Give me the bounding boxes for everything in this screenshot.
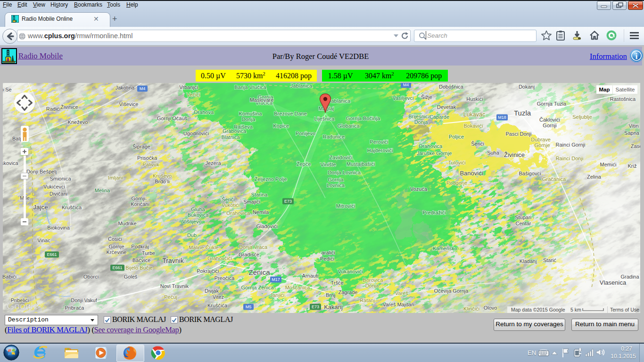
svg-text:Donji Vakuf: Donji Vakuf: [71, 297, 97, 303]
svg-text:E661: E661: [47, 252, 57, 257]
svg-text:Mustajbašići: Mustajbašići: [347, 161, 375, 167]
svg-text:Krčevine: Krčevine: [107, 249, 127, 255]
svg-text:Globarica: Globarica: [337, 123, 360, 129]
svg-text:E661: E661: [112, 265, 122, 270]
svg-text:Zelina: Zelina: [587, 174, 602, 180]
svg-text:Donja Vraca: Donja Vraca: [239, 244, 268, 250]
svg-text:Viševice: Viševice: [119, 101, 139, 107]
svg-text:Bijelo Bučje: Bijelo Bučje: [125, 265, 152, 271]
svg-text:Biokovina: Biokovina: [47, 225, 70, 230]
svg-text:Donja: Donja: [242, 116, 256, 122]
svg-text:Poljice: Poljice: [449, 134, 464, 140]
svg-text:Šiprage: Šiprage: [132, 144, 150, 149]
svg-text:Ugodnovići: Ugodnovići: [183, 131, 209, 136]
svg-text:Gornji Očauš: Gornji Očauš: [157, 115, 188, 121]
svg-text:Janjići: Janjići: [270, 292, 285, 298]
svg-text:Koričani: Koričani: [131, 201, 149, 207]
svg-text:Tuzla: Tuzla: [514, 109, 531, 117]
svg-text:Pečuj: Pečuj: [164, 294, 177, 300]
svg-text:Zavidovići: Zavidovići: [330, 155, 353, 160]
svg-text:Huskići: Huskići: [466, 96, 483, 102]
svg-text:Brijesnica: Brijesnica: [408, 114, 431, 119]
svg-text:Vukanovići: Vukanovići: [338, 269, 363, 274]
svg-text:Šižje: Šižje: [421, 94, 432, 100]
svg-text:Večići: Večići: [187, 92, 200, 98]
svg-text:Vareš Majdan: Vareš Majdan: [382, 302, 414, 307]
svg-text:o Se: o Se: [3, 87, 12, 92]
svg-text:Banja Vručica: Banja Vručica: [234, 84, 266, 90]
svg-text:Maline Čukle: Maline Čukle: [189, 245, 219, 250]
svg-text:Dobošnica: Dobošnica: [439, 84, 464, 90]
svg-text:Pokrajčići: Pokrajčići: [197, 268, 219, 274]
svg-text:Babići: Babići: [3, 274, 17, 280]
svg-text:Olovo: Olovo: [484, 305, 497, 311]
svg-text:Donja Lovnica: Donja Lovnica: [328, 170, 361, 175]
svg-text:Orahovica: Orahovica: [226, 210, 250, 216]
svg-text:Blatnica: Blatnica: [221, 134, 240, 140]
svg-text:Vozuća: Vozuća: [410, 186, 428, 192]
svg-text:M5: M5: [246, 304, 252, 309]
svg-text:Bačvice: Bačvice: [132, 257, 151, 263]
svg-text:Gornja Zenica: Gornja Zenica: [241, 285, 274, 290]
svg-text:Smionica: Smionica: [50, 176, 71, 181]
svg-text:Brdo li: Brdo li: [155, 179, 169, 184]
svg-text:Šerići: Šerići: [471, 141, 484, 147]
svg-text:Radići: Radići: [46, 106, 61, 112]
svg-text:Grahovčići: Grahovčići: [207, 255, 232, 261]
svg-text:Vlasenica: Vlasenica: [600, 279, 627, 286]
svg-text:Prisočka: Prisočka: [137, 155, 157, 161]
svg-text:Jakotina: Jakotina: [116, 85, 135, 90]
svg-text:i: i: [636, 52, 638, 61]
svg-text:Rainci Donji: Rainci Donji: [556, 156, 584, 161]
svg-text:Donji Bešpelj: Donji Bešpelj: [26, 169, 57, 174]
svg-text:Kopice: Kopice: [273, 123, 289, 129]
svg-text:Živinice: Živinice: [60, 104, 78, 110]
svg-text:M4: M4: [403, 83, 409, 87]
svg-text:Jaruške Gornje: Jaruške Gornje: [417, 150, 452, 156]
svg-text:Satellite: Satellite: [616, 87, 635, 92]
svg-text:Tršće: Tršće: [330, 280, 343, 286]
svg-text:Pasci Donji: Pasci Donji: [505, 131, 531, 137]
svg-text:Dokanj: Dokanj: [519, 84, 535, 90]
svg-text:Gornja: Gornja: [328, 177, 344, 182]
svg-text:Gornja Tuzla: Gornja Tuzla: [537, 101, 567, 107]
svg-text:Nemila: Nemila: [253, 209, 269, 215]
svg-text:Podkraj: Podkraj: [131, 244, 149, 249]
svg-text:E73: E73: [284, 199, 292, 204]
svg-text:Zase: Zase: [631, 143, 640, 149]
svg-text:Kneževo: Kneževo: [68, 119, 88, 125]
svg-text:Travnik: Travnik: [162, 257, 184, 264]
svg-text:Očevija Gornja: Očevija Gornja: [434, 288, 469, 294]
svg-text:Šerići: Šerići: [222, 197, 235, 202]
svg-text:E73: E73: [312, 304, 319, 309]
svg-text:Kruščica: Kruščica: [62, 205, 82, 210]
svg-text:Vrbanjci: Vrbanjci: [179, 84, 198, 90]
svg-text:Pedići: Pedići: [320, 256, 334, 262]
svg-text:Gornji: Gornji: [543, 123, 556, 128]
svg-text:Imljani: Imljani: [108, 175, 123, 181]
svg-text:Dub: Dub: [187, 232, 197, 238]
svg-text:Komušina: Komušina: [239, 111, 263, 116]
svg-text:Križ: Križ: [628, 163, 637, 169]
svg-text:Vasiljevci: Vasiljevci: [392, 95, 413, 101]
svg-text:Jajce: Jajce: [33, 204, 48, 211]
svg-text:Seljublje: Seljublje: [572, 114, 592, 120]
svg-text:Gornji-: Gornji-: [131, 196, 147, 201]
svg-text:Vitin: Vitin: [628, 123, 638, 129]
svg-text:Caparde: Caparde: [429, 114, 449, 120]
svg-text:Predražići: Predražići: [423, 210, 446, 215]
svg-text:Željezno Polje: Željezno Polje: [254, 176, 287, 182]
svg-text:Divičani: Divičani: [50, 191, 68, 197]
svg-text:Balj: Balj: [12, 136, 21, 141]
svg-text:Podgorje: Podgorje: [446, 180, 467, 186]
svg-text:Oborci: Oborci: [83, 274, 99, 280]
svg-text:Dubrave: Dubrave: [531, 137, 551, 142]
svg-text:Živinice: Živinice: [504, 151, 525, 158]
svg-text:Gradisće: Gradisće: [239, 252, 259, 257]
svg-text:Ćosići: Ćosići: [108, 236, 122, 242]
svg-text:Banovići: Banovići: [460, 170, 483, 177]
svg-text:Zagrade: Zagrade: [339, 289, 358, 295]
svg-text:Liješnica: Liješnica: [314, 116, 335, 122]
svg-text:Maslovare: Maslovare: [250, 97, 274, 103]
svg-text:Turbe: Turbe: [142, 250, 155, 256]
